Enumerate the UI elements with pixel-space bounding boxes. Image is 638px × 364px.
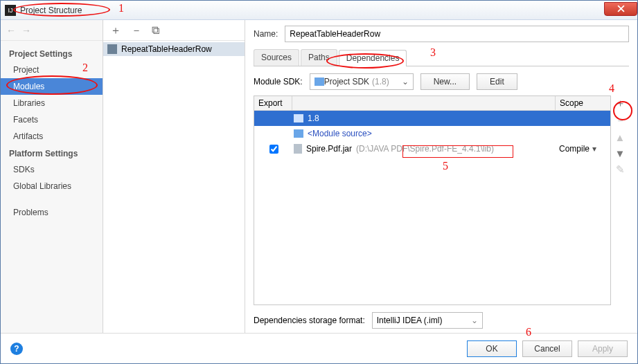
sidebar-item-sdks[interactable]: SDKs <box>1 161 103 178</box>
name-label: Name: <box>254 29 278 39</box>
new-sdk-button[interactable]: New... <box>420 73 470 90</box>
column-export[interactable]: Export <box>254 96 292 110</box>
remove-module-icon[interactable]: － <box>131 25 142 36</box>
title-bar: IJ Project Structure <box>1 1 637 20</box>
nav-back-icon[interactable]: ← <box>6 25 16 36</box>
module-sdk-label: Module SDK: <box>254 77 303 87</box>
export-checkbox[interactable] <box>269 145 278 154</box>
chevron-down-icon: ⌄ <box>471 316 478 325</box>
module-name: RepeatTableHeaderRow <box>121 44 212 54</box>
apply-button[interactable]: Apply <box>578 340 628 357</box>
cancel-button[interactable]: Cancel <box>522 340 572 357</box>
copy-module-icon[interactable]: ⧉ <box>152 25 159 36</box>
tab-dependencies[interactable]: Dependencies <box>339 50 407 66</box>
module-list-pane: ＋ － ⧉ RepeatTableHeaderRow <box>103 20 245 333</box>
module-tabs: Sources Paths Dependencies <box>254 49 629 66</box>
module-details: Name: Sources Paths Dependencies Module … <box>245 20 637 333</box>
jar-icon <box>294 144 302 154</box>
module-name-input[interactable] <box>285 26 629 42</box>
sidebar-item-facets[interactable]: Facets <box>1 111 103 128</box>
sidebar-item-artifacts[interactable]: Artifacts <box>1 128 103 145</box>
move-up-icon[interactable]: ▲ <box>615 131 626 143</box>
sidebar-item-libraries[interactable]: Libraries <box>1 95 103 111</box>
section-header-project-settings: Project Settings <box>1 45 103 62</box>
chevron-down-icon: ▾ <box>592 144 596 154</box>
settings-sidebar: ← → Project Settings Project Modules Lib… <box>1 20 103 333</box>
help-icon[interactable]: ? <box>10 343 23 355</box>
nav-forward-icon[interactable]: → <box>21 25 31 36</box>
dep-row-jar[interactable]: Spire.Pdf.jar (D:\JAVA PDF\Spire.Pdf-FE_… <box>254 141 610 156</box>
sidebar-item-modules[interactable]: Modules <box>1 78 103 95</box>
edit-sdk-button[interactable]: Edit <box>477 73 517 90</box>
storage-format-dropdown[interactable]: IntelliJ IDEA (.iml) ⌄ <box>372 312 483 329</box>
app-icon: IJ <box>5 5 16 16</box>
move-down-icon[interactable]: ▼ <box>615 147 626 159</box>
tab-sources[interactable]: Sources <box>254 49 299 66</box>
module-item[interactable]: RepeatTableHeaderRow <box>103 42 245 56</box>
dep-row-sdk[interactable]: 1.8 <box>254 111 610 126</box>
folder-icon <box>314 78 324 86</box>
scope-dropdown[interactable]: Compile ▾ <box>555 144 610 154</box>
remove-dependency-icon[interactable]: － <box>615 114 626 127</box>
dialog-button-bar: ? OK Cancel Apply <box>1 333 637 363</box>
ok-button[interactable]: OK <box>467 340 517 357</box>
dependencies-table: Export Scope 1.8 <box>254 95 611 305</box>
dep-row-module-source[interactable]: <Module source> <box>254 126 610 141</box>
window-close-button[interactable] <box>604 2 637 16</box>
window-title: Project Structure <box>20 6 82 15</box>
add-module-icon[interactable]: ＋ <box>110 25 121 36</box>
folder-icon <box>294 129 303 138</box>
sidebar-item-problems[interactable]: Problems <box>1 204 103 221</box>
section-header-platform-settings: Platform Settings <box>1 145 103 161</box>
tab-paths[interactable]: Paths <box>301 49 337 66</box>
sidebar-item-project[interactable]: Project <box>1 62 103 78</box>
folder-icon <box>294 114 303 122</box>
edit-dependency-icon[interactable]: ✎ <box>616 163 625 176</box>
storage-format-label: Dependencies storage format: <box>254 316 365 325</box>
sidebar-item-global-libraries[interactable]: Global Libraries <box>1 178 103 194</box>
add-dependency-icon[interactable]: ＋ <box>615 97 626 110</box>
chevron-down-icon: ⌄ <box>402 77 409 87</box>
module-sdk-dropdown[interactable]: Project SDK (1.8) ⌄ <box>310 73 414 90</box>
module-icon <box>107 44 117 54</box>
column-scope[interactable]: Scope <box>555 96 610 110</box>
